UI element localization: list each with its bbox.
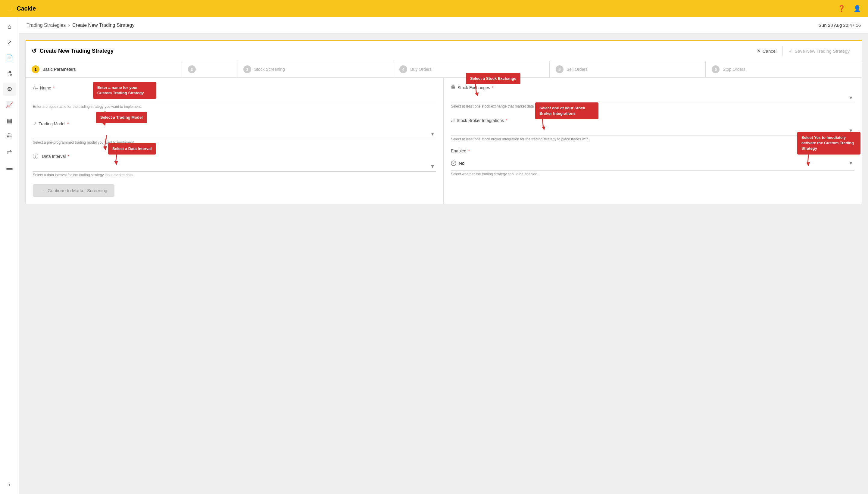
topbar-icons: ❓ 👤 <box>837 4 862 13</box>
stock-broker-required-mark: * <box>506 118 507 123</box>
trading-model-select[interactable] <box>33 129 436 139</box>
enabled-label-text: Enabled <box>451 149 466 153</box>
sidebar-item-chart[interactable]: ↗ <box>3 36 16 49</box>
name-hint: Enter a unique name for the trading stra… <box>33 104 436 109</box>
step-3[interactable]: 3 Stock Screening <box>237 61 394 77</box>
sidebar-item-analytics[interactable]: 📈 <box>3 98 16 111</box>
sidebar-item-settings[interactable]: ⚙ <box>3 82 16 96</box>
stock-broker-select-wrapper: ▼ <box>451 126 854 136</box>
step-1-num: 1 <box>32 65 39 73</box>
sidebar: ⌂ ↗ 📄 ⚗ ⚙ 📈 ▦ 🏛 ⇄ ▬ › <box>0 17 19 494</box>
annotation-name-text: Enter a name for your Custom Trading Str… <box>97 85 144 95</box>
trading-model-label: ↗ Trading Model * <box>33 121 436 127</box>
data-interval-select[interactable] <box>33 162 436 172</box>
data-interval-icon: i <box>33 154 38 159</box>
form-body: Aᵥ Name * Enter a unique name for the tr… <box>25 78 862 204</box>
page-body: ↺ Create New Trading Strategy ✕ Cancel ✓… <box>19 34 868 494</box>
step-4-label: Buy Orders <box>410 67 431 72</box>
enabled-label: Enabled * <box>451 149 854 153</box>
continue-icon: → <box>40 188 44 193</box>
card-title: ↺ Create New Trading Strategy <box>32 47 114 55</box>
form-left: Aᵥ Name * Enter a unique name for the tr… <box>25 78 444 204</box>
breadcrumb-bar: Trading Strategies › Create New Trading … <box>19 17 868 34</box>
form-right: 🏛 Stock Exchanges * ▼ Select at least o <box>444 78 862 204</box>
svg-line-4 <box>116 150 117 163</box>
step-5[interactable]: 5 Sell Orders <box>549 61 706 77</box>
stock-broker-label-text: Stock Broker Integrations <box>457 118 504 123</box>
save-button[interactable]: ✓ Save New Trading Strategy <box>783 46 856 56</box>
sidebar-item-grid[interactable]: ▦ <box>3 114 16 127</box>
step-3-label: Stock Screening <box>254 67 285 72</box>
sidebar-item-home[interactable]: ⌂ <box>3 20 16 33</box>
sidebar-item-transfer[interactable]: ⇄ <box>3 145 16 158</box>
data-interval-field: i Data Interval * ▼ Select a data interv <box>33 154 436 177</box>
data-interval-hint: Select a data interval for the trading s… <box>33 173 436 177</box>
enabled-check-icon: ✓ <box>451 160 456 166</box>
card-title-text: Create New Trading Strategy <box>40 48 114 54</box>
svg-marker-11 <box>806 162 810 166</box>
step-3-num: 3 <box>243 65 251 73</box>
sidebar-item-bank[interactable]: 🏛 <box>3 130 16 143</box>
step-5-label: Sell Orders <box>566 67 587 72</box>
annotation-enabled-text: Select Yes to imediately activate the Cu… <box>802 135 854 151</box>
enabled-select[interactable]: No Yes <box>459 158 854 168</box>
enabled-hint: Select whether the trading strategy shou… <box>451 172 854 176</box>
step-5-num: 5 <box>556 65 563 73</box>
card-actions: ✕ Cancel ✓ Save New Trading Strategy <box>751 46 856 56</box>
step-6[interactable]: 6 Stop Orders <box>706 61 862 77</box>
svg-line-10 <box>808 150 809 164</box>
stock-exchanges-icon: 🏛 <box>451 85 456 90</box>
annotation-data-interval: Select a Data Interval <box>108 143 156 154</box>
stock-exchanges-hint: Select at least one stock exchange that … <box>451 104 854 109</box>
stock-exchanges-select-wrapper: ▼ <box>451 93 854 103</box>
continue-button[interactable]: → Continue to Market Screening <box>33 184 114 197</box>
annotation-broker-text: Select one of your Stock Broker Integrat… <box>539 106 585 116</box>
data-interval-label-text: Data Interval <box>42 154 66 159</box>
save-icon: ✓ <box>789 48 793 54</box>
enabled-dropdown-wrapper: No Yes ▼ <box>459 158 854 168</box>
help-icon[interactable]: ❓ <box>837 4 846 13</box>
strategy-card: ↺ Create New Trading Strategy ✕ Cancel ✓… <box>25 40 862 204</box>
stock-broker-hint: Select at least one stock broker integra… <box>451 137 854 141</box>
cancel-button[interactable]: ✕ Cancel <box>751 46 783 56</box>
breadcrumb-current: Create New Trading Strategy <box>72 23 134 28</box>
stock-exchanges-required-mark: * <box>492 85 493 90</box>
svg-marker-3 <box>103 146 107 150</box>
card-header: ↺ Create New Trading Strategy ✕ Cancel ✓… <box>25 41 862 61</box>
step-2-num: 2 <box>188 65 196 73</box>
svg-line-2 <box>104 135 107 148</box>
annotation-stock-exchange: Select a Stock Exchange <box>466 73 520 84</box>
step-2[interactable]: 2 <box>182 61 237 77</box>
user-icon[interactable]: 👤 <box>852 4 862 13</box>
enabled-required-mark: * <box>468 149 469 153</box>
breadcrumb: Trading Strategies › Create New Trading … <box>26 22 134 28</box>
step-4-num: 4 <box>399 65 407 73</box>
annotation-data-interval-arrow <box>113 150 122 165</box>
step-1-label: Basic Parameters <box>42 67 76 72</box>
name-label-text: Name <box>40 86 51 90</box>
stock-broker-field: ⇄ Stock Broker Integrations * ▼ Select a <box>451 117 854 141</box>
svg-line-6 <box>475 80 477 94</box>
step-6-num: 6 <box>712 65 719 73</box>
breadcrumb-parent[interactable]: Trading Strategies <box>26 23 66 28</box>
stock-exchanges-field: 🏛 Stock Exchanges * ▼ Select at least o <box>451 85 854 109</box>
trading-model-required-mark: * <box>67 121 69 126</box>
sidebar-item-card[interactable]: ▬ <box>3 161 16 174</box>
name-field: Aᵥ Name * Enter a unique name for the tr… <box>33 85 436 109</box>
card-title-icon: ↺ <box>32 47 37 55</box>
data-interval-required-mark: * <box>67 154 69 159</box>
trading-model-label-text: Trading Model <box>39 121 65 126</box>
stock-exchanges-select[interactable] <box>451 93 854 103</box>
main-layout: ⌂ ↗ 📄 ⚗ ⚙ 📈 ▦ 🏛 ⇄ ▬ › Trading Strategies… <box>0 17 868 494</box>
sidebar-expand-button[interactable]: › <box>3 478 16 491</box>
sidebar-item-doc[interactable]: 📄 <box>3 51 16 64</box>
svg-marker-5 <box>114 161 118 165</box>
stock-broker-label: ⇄ Stock Broker Integrations * <box>451 117 854 123</box>
stock-broker-select[interactable] <box>451 126 854 136</box>
logo-icon: 🌙 <box>6 5 14 12</box>
step-1[interactable]: 1 Basic Parameters <box>25 61 182 77</box>
sidebar-item-beaker[interactable]: ⚗ <box>3 67 16 80</box>
data-interval-select-wrapper: ▼ <box>33 162 436 172</box>
trading-model-field: ↗ Trading Model * ▼ Select a pre-program <box>33 121 436 145</box>
enabled-select-wrapper: ✓ No Yes ▼ <box>451 156 854 171</box>
